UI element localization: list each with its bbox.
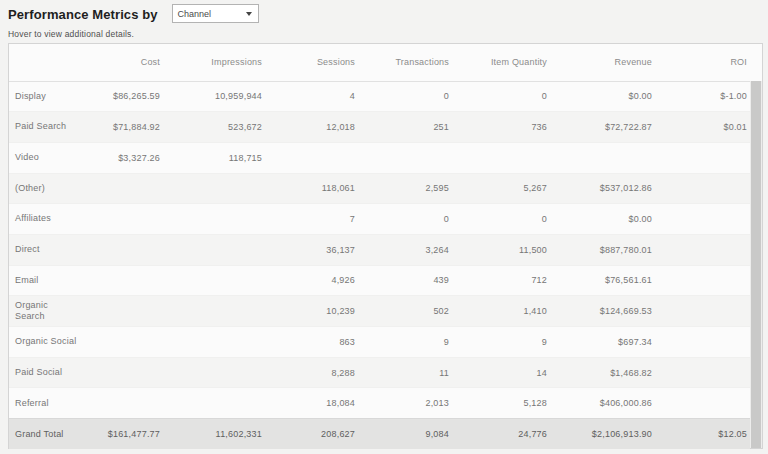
table-cell[interactable] [655, 173, 750, 204]
table-cell[interactable] [163, 265, 265, 296]
table-cell[interactable]: 118,061 [265, 173, 358, 204]
table-cell[interactable]: 863 [265, 327, 358, 358]
table-cell[interactable] [93, 265, 163, 296]
row-label[interactable]: Paid Search [9, 112, 93, 143]
table-cell[interactable] [358, 142, 452, 173]
table-cell[interactable]: $124,669.53 [550, 296, 655, 327]
row-label[interactable]: Email [9, 265, 93, 296]
row-label[interactable]: Display [9, 81, 93, 112]
table-cell[interactable] [655, 388, 750, 419]
table-cell[interactable]: 36,137 [265, 234, 358, 265]
table-cell[interactable]: 0 [358, 204, 452, 235]
table-cell[interactable]: 523,672 [163, 112, 265, 143]
table-cell[interactable] [93, 204, 163, 235]
table-cell[interactable] [655, 234, 750, 265]
table-cell[interactable]: $0.00 [550, 204, 655, 235]
table-cell[interactable] [265, 142, 358, 173]
row-label[interactable]: Direct [9, 234, 93, 265]
table-cell[interactable]: $537,012.86 [550, 173, 655, 204]
table-cell[interactable]: $406,000.86 [550, 388, 655, 419]
table-cell[interactable]: 712 [452, 265, 550, 296]
table-cell[interactable]: $0.01 [655, 112, 750, 143]
table-cell[interactable]: $76,561.61 [550, 265, 655, 296]
table-cell[interactable]: $887,780.01 [550, 234, 655, 265]
table-cell[interactable] [93, 388, 163, 419]
table-cell[interactable]: 118,715 [163, 142, 265, 173]
table-cell[interactable] [655, 204, 750, 235]
table-cell[interactable]: $1,468.82 [550, 357, 655, 388]
table-cell[interactable]: 12,018 [265, 112, 358, 143]
table-cell[interactable]: 9,084 [358, 419, 452, 450]
table-cell[interactable]: 502 [358, 296, 452, 327]
table-cell[interactable] [163, 204, 265, 235]
vertical-scrollbar-thumb[interactable] [751, 81, 761, 448]
table-cell[interactable] [93, 357, 163, 388]
table-cell[interactable]: 10,959,944 [163, 81, 265, 112]
table-cell[interactable]: $72,722.87 [550, 112, 655, 143]
table-cell[interactable] [655, 142, 750, 173]
table-cell[interactable] [655, 296, 750, 327]
table-cell[interactable]: 0 [452, 81, 550, 112]
table-cell[interactable]: 5,128 [452, 388, 550, 419]
table-cell[interactable] [163, 296, 265, 327]
table-cell[interactable] [655, 265, 750, 296]
table-cell[interactable] [93, 327, 163, 358]
table-cell[interactable]: 4 [265, 81, 358, 112]
table-row: Display$86,265.5910,959,944400$0.00$-1.0… [9, 81, 750, 112]
table-cell[interactable] [163, 388, 265, 419]
table-cell[interactable]: 4,926 [265, 265, 358, 296]
table-cell[interactable]: $697.34 [550, 327, 655, 358]
table-cell[interactable]: 439 [358, 265, 452, 296]
table-cell[interactable] [163, 234, 265, 265]
table-cell[interactable]: 2,595 [358, 173, 452, 204]
table-cell[interactable] [163, 173, 265, 204]
table-cell[interactable]: $3,327.26 [93, 142, 163, 173]
row-label[interactable]: Grand Total [9, 419, 93, 450]
table-cell[interactable] [93, 234, 163, 265]
table-cell[interactable]: $71,884.92 [93, 112, 163, 143]
table-cell[interactable]: $0.00 [550, 81, 655, 112]
table-cell[interactable] [655, 327, 750, 358]
table-cell[interactable]: 736 [452, 112, 550, 143]
table-cell[interactable]: 8,288 [265, 357, 358, 388]
table-cell[interactable] [93, 296, 163, 327]
table-cell[interactable]: 3,264 [358, 234, 452, 265]
table-cell[interactable]: $-1.00 [655, 81, 750, 112]
vertical-scrollbar-track[interactable] [750, 81, 762, 448]
table-cell[interactable]: 11 [358, 357, 452, 388]
row-label[interactable]: Referral [9, 388, 93, 419]
table-cell[interactable]: 0 [358, 81, 452, 112]
table-cell[interactable]: 10,239 [265, 296, 358, 327]
table-cell[interactable] [163, 327, 265, 358]
table-cell[interactable]: 18,084 [265, 388, 358, 419]
table-cell[interactable]: $12.05 [655, 419, 750, 450]
row-label[interactable]: (Other) [9, 173, 93, 204]
row-label[interactable]: Organic Social [9, 327, 93, 358]
table-cell[interactable]: 9 [358, 327, 452, 358]
table-cell[interactable]: 208,627 [265, 419, 358, 450]
table-cell[interactable] [655, 357, 750, 388]
table-cell[interactable]: 7 [265, 204, 358, 235]
row-label[interactable]: Video [9, 142, 93, 173]
table-cell[interactable] [452, 142, 550, 173]
table-cell[interactable]: $86,265.59 [93, 81, 163, 112]
row-label[interactable]: Affiliates [9, 204, 93, 235]
table-cell[interactable]: $2,106,913.90 [550, 419, 655, 450]
table-cell[interactable]: 9 [452, 327, 550, 358]
table-cell[interactable]: 1,410 [452, 296, 550, 327]
table-cell[interactable]: 251 [358, 112, 452, 143]
table-cell[interactable]: 11,500 [452, 234, 550, 265]
table-cell[interactable]: 24,776 [452, 419, 550, 450]
table-cell[interactable]: 11,602,331 [163, 419, 265, 450]
table-cell[interactable]: 0 [452, 204, 550, 235]
row-label[interactable]: Organic Search [9, 296, 93, 327]
row-label[interactable]: Paid Social [9, 357, 93, 388]
table-cell[interactable] [163, 357, 265, 388]
table-cell[interactable]: 2,013 [358, 388, 452, 419]
table-cell[interactable] [93, 173, 163, 204]
dimension-dropdown[interactable]: Channel [172, 4, 259, 23]
table-cell[interactable] [550, 142, 655, 173]
table-cell[interactable]: 5,267 [452, 173, 550, 204]
table-cell[interactable]: $161,477.77 [93, 419, 163, 450]
table-cell[interactable]: 14 [452, 357, 550, 388]
